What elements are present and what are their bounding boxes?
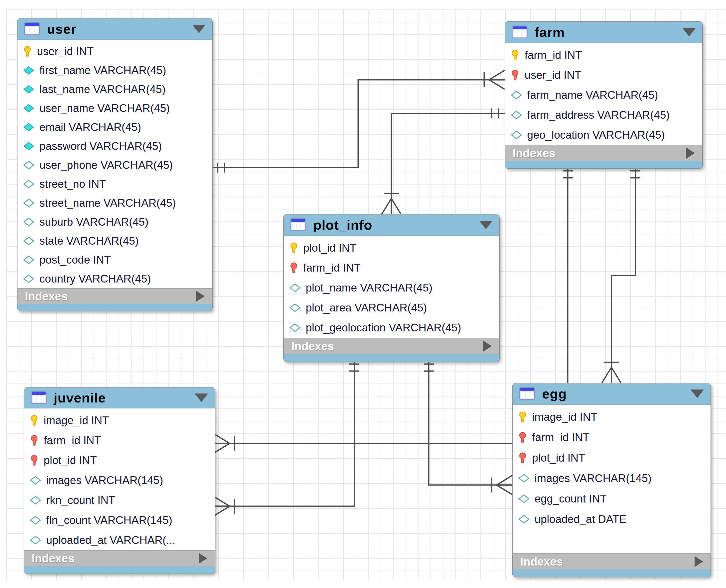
column-row: plot_id INT: [284, 238, 499, 258]
column-list-farm: farm_id INTuser_id INTfarm_name VARCHAR(…: [505, 43, 702, 145]
column-row: image_id INT: [24, 411, 215, 430]
column-row: email VARCHAR(45): [18, 118, 212, 136]
column-row: plot_name VARCHAR(45): [284, 278, 499, 298]
indexes-footer-farm[interactable]: Indexes: [505, 145, 702, 161]
column-list-egg: image_id INTfarm_id INTplot_id INTimages…: [512, 405, 710, 553]
table-bottom-strip: [284, 354, 499, 362]
column-definition: farm_address VARCHAR(45): [527, 109, 670, 121]
table-farm[interactable]: farmfarm_id INTuser_id INTfarm_name VARC…: [505, 21, 703, 169]
indexes-footer-user[interactable]: Indexes: [18, 288, 212, 304]
column-definition: rkn_count INT: [46, 494, 115, 506]
column-notnull-diamond-icon: [23, 123, 35, 131]
column-row: suburb VARCHAR(45): [18, 212, 212, 231]
column-row: plot_id INT: [512, 448, 710, 468]
column-definition: uploaded_at VARCHAR(...: [46, 534, 176, 546]
column-definition: password VARCHAR(45): [39, 140, 162, 152]
indexes-label: Indexes: [291, 339, 334, 353]
expand-triangle-icon[interactable]: [483, 341, 492, 352]
column-row: plot_id INT: [24, 450, 215, 470]
column-nullable-diamond-icon: [23, 256, 35, 264]
column-nullable-diamond-icon: [30, 476, 41, 484]
column-definition: first_name VARCHAR(45): [39, 64, 166, 77]
column-row: farm_id INT: [24, 430, 215, 450]
table-header-user[interactable]: user: [18, 18, 212, 40]
column-notnull-diamond-icon: [23, 104, 35, 112]
column-notnull-diamond-icon: [23, 142, 35, 150]
column-row: plot_area VARCHAR(45): [284, 298, 499, 318]
relationship-plot_info-to-juvenile[interactable]: [214, 358, 359, 516]
expand-triangle-icon[interactable]: [196, 291, 205, 302]
relationship-plot_info-to-egg[interactable]: [424, 358, 512, 495]
table-header-farm[interactable]: farm: [505, 22, 702, 43]
column-definition: plot_id INT: [44, 454, 97, 466]
table-title: user: [47, 21, 76, 37]
collapse-triangle-icon[interactable]: [682, 28, 696, 36]
primary-key-icon: [30, 415, 39, 426]
table-juvenile[interactable]: juvenileimage_id INTfarm_id INTplot_id I…: [24, 387, 215, 574]
table-icon: [519, 387, 536, 400]
table-icon: [511, 25, 528, 39]
column-row: country VARCHAR(45): [18, 269, 212, 288]
foreign-key-icon: [30, 454, 39, 466]
column-definition: farm_id INT: [44, 434, 101, 447]
column-definition: plot_geolocation VARCHAR(45): [306, 321, 461, 334]
expand-triangle-icon[interactable]: [199, 553, 207, 564]
column-notnull-diamond-icon: [23, 85, 35, 93]
column-row: image_id INT: [512, 407, 710, 427]
collapse-triangle-icon[interactable]: [192, 25, 206, 33]
column-nullable-diamond-icon: [23, 161, 35, 169]
column-nullable-diamond-icon: [289, 303, 301, 312]
indexes-footer-plot_info[interactable]: Indexes: [284, 338, 499, 354]
column-row: farm_id INT: [284, 258, 499, 278]
table-header-egg[interactable]: egg: [512, 383, 710, 405]
column-definition: user_name VARCHAR(45): [39, 102, 170, 114]
primary-key-icon: [511, 49, 520, 61]
collapse-triangle-icon[interactable]: [479, 221, 493, 229]
column-definition: farm_id INT: [303, 261, 361, 274]
column-list-juvenile: image_id INTfarm_id INTplot_id INTimages…: [24, 408, 215, 550]
indexes-footer-egg[interactable]: Indexes: [512, 553, 710, 569]
collapse-triangle-icon[interactable]: [195, 394, 208, 402]
empty-space: [512, 529, 710, 553]
column-definition: state VARCHAR(45): [39, 235, 139, 247]
column-row: egg_count INT: [512, 488, 710, 509]
column-definition: user_phone VARCHAR(45): [39, 159, 173, 171]
indexes-label: Indexes: [32, 552, 74, 565]
column-row: user_phone VARCHAR(45): [18, 155, 212, 174]
expand-triangle-icon[interactable]: [686, 148, 695, 159]
table-egg[interactable]: eggimage_id INTfarm_id INTplot_id INTima…: [512, 383, 711, 577]
table-plot_info[interactable]: plot_infoplot_id INTfarm_id INTplot_name…: [283, 214, 500, 362]
column-nullable-diamond-icon: [518, 495, 530, 503]
primary-key-icon: [289, 242, 298, 254]
column-nullable-diamond-icon: [30, 536, 41, 544]
collapse-triangle-icon[interactable]: [690, 390, 704, 398]
column-definition: user_id INT: [525, 69, 581, 81]
column-definition: farm_name VARCHAR(45): [527, 89, 658, 101]
relationship-farm-to-egg[interactable]: [602, 165, 640, 383]
column-definition: geo_location VARCHAR(45): [527, 129, 665, 141]
table-bottom-strip: [512, 569, 710, 577]
relationship-farm-to-plot_info[interactable]: [382, 108, 505, 214]
foreign-key-icon: [511, 69, 520, 81]
table-header-plot_info[interactable]: plot_info: [284, 214, 499, 236]
indexes-footer-juvenile[interactable]: Indexes: [24, 550, 215, 566]
column-definition: farm_id INT: [532, 431, 589, 444]
column-row: user_id INT: [505, 65, 702, 85]
column-nullable-diamond-icon: [518, 515, 530, 523]
table-header-juvenile[interactable]: juvenile: [24, 387, 215, 408]
column-row: last_name VARCHAR(45): [18, 80, 212, 99]
column-nullable-diamond-icon: [23, 237, 35, 245]
table-user[interactable]: useruser_id INTfirst_name VARCHAR(45)las…: [17, 18, 213, 311]
expand-triangle-icon[interactable]: [694, 556, 703, 567]
column-row: uploaded_at DATE: [512, 509, 710, 529]
table-icon: [290, 218, 307, 232]
column-definition: egg_count INT: [535, 492, 607, 505]
column-row: street_name VARCHAR(45): [18, 193, 212, 212]
relationship-user-to-farm[interactable]: [211, 70, 505, 172]
column-row: images VARCHAR(145): [24, 470, 215, 490]
column-row: farm_name VARCHAR(45): [505, 85, 702, 105]
foreign-key-icon: [518, 432, 527, 443]
column-definition: farm_id INT: [525, 49, 582, 61]
column-row: rkn_count INT: [24, 490, 215, 510]
column-nullable-diamond-icon: [289, 284, 301, 292]
